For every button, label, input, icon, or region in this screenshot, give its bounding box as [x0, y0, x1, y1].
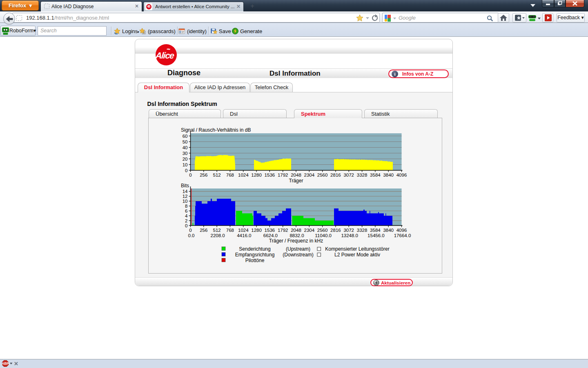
- svg-text:4416.0: 4416.0: [237, 233, 251, 238]
- svg-text:3072: 3072: [343, 173, 354, 177]
- svg-text:4: 4: [185, 213, 188, 218]
- svg-text:60: 60: [183, 134, 188, 139]
- svg-text:2304: 2304: [304, 228, 315, 233]
- svg-text:1280: 1280: [251, 173, 262, 177]
- svg-text:(Downstream): (Downstream): [283, 252, 313, 258]
- svg-text:1792: 1792: [278, 173, 288, 177]
- svg-text:50: 50: [183, 139, 188, 144]
- svg-text:1024: 1024: [238, 228, 249, 233]
- svg-text:15456.0: 15456.0: [368, 233, 385, 238]
- svg-text:768: 768: [226, 173, 234, 177]
- svg-text:256: 256: [200, 228, 207, 233]
- svg-text:256: 256: [200, 173, 207, 177]
- svg-text:0: 0: [189, 173, 192, 177]
- svg-text:30: 30: [183, 151, 188, 156]
- svg-text:4096: 4096: [396, 173, 407, 177]
- svg-text:3840: 3840: [383, 173, 394, 177]
- svg-text:Bits: Bits: [181, 183, 189, 188]
- svg-text:768: 768: [226, 228, 234, 233]
- svg-text:13248.0: 13248.0: [341, 233, 358, 238]
- svg-text:0.0: 0.0: [188, 233, 195, 238]
- svg-text:20: 20: [183, 157, 188, 162]
- svg-text:2816: 2816: [330, 228, 341, 233]
- svg-text:1536: 1536: [265, 173, 275, 177]
- svg-text:Alice: Alice: [156, 50, 175, 61]
- svg-text:Pilottöne: Pilottöne: [245, 258, 265, 263]
- svg-text:Träger / Frequenz in kHz: Träger / Frequenz in kHz: [269, 238, 323, 244]
- svg-text:ABP: ABP: [2, 362, 9, 366]
- svg-text:8832.0: 8832.0: [290, 233, 304, 238]
- svg-text:4096: 4096: [396, 228, 407, 233]
- svg-text:14: 14: [183, 189, 188, 194]
- svg-text:12: 12: [183, 194, 188, 199]
- svg-text:3072: 3072: [343, 228, 354, 233]
- svg-text:1536: 1536: [265, 228, 275, 233]
- svg-text:2048: 2048: [291, 173, 301, 177]
- svg-text:10: 10: [183, 199, 188, 204]
- svg-text:6624.0: 6624.0: [263, 233, 278, 238]
- svg-text:10: 10: [183, 162, 188, 167]
- svg-text:2816: 2816: [330, 173, 341, 177]
- svg-text:0: 0: [189, 228, 192, 233]
- svg-text:3328: 3328: [357, 173, 368, 177]
- svg-text:Signal / Rausch-Verhältnis in: Signal / Rausch-Verhältnis in dB: [181, 127, 251, 133]
- svg-text:(Upstream): (Upstream): [286, 246, 310, 252]
- svg-text:0: 0: [185, 168, 187, 173]
- svg-text:40: 40: [183, 145, 188, 150]
- svg-text:Kompensierter Leitungsstörer: Kompensierter Leitungsstörer: [325, 246, 389, 252]
- svg-text:2304: 2304: [304, 173, 315, 177]
- svg-text:512: 512: [213, 228, 221, 233]
- svg-text:6: 6: [185, 209, 187, 213]
- svg-text:1280: 1280: [251, 228, 262, 233]
- svg-text:1792: 1792: [278, 228, 288, 233]
- svg-text:2208.0: 2208.0: [211, 233, 225, 238]
- svg-text:2: 2: [185, 218, 187, 223]
- svg-text:512: 512: [213, 173, 221, 177]
- svg-text:Empfangsrichtung: Empfangsrichtung: [235, 252, 275, 258]
- svg-text:2560: 2560: [317, 173, 328, 177]
- svg-text:2048: 2048: [291, 228, 301, 233]
- svg-text:L2 Power Mode aktiv: L2 Power Mode aktiv: [334, 252, 380, 258]
- svg-text:3840: 3840: [383, 228, 394, 233]
- svg-text:3584: 3584: [370, 228, 381, 233]
- svg-text:0: 0: [185, 223, 187, 228]
- svg-text:17664.0: 17664.0: [394, 233, 411, 238]
- svg-text:3584: 3584: [370, 173, 381, 177]
- svg-text:1024: 1024: [238, 173, 249, 177]
- svg-text:2560: 2560: [317, 228, 328, 233]
- svg-text:Senderichtung: Senderichtung: [239, 246, 270, 252]
- svg-text:3328: 3328: [357, 228, 368, 233]
- svg-text:11040.0: 11040.0: [315, 233, 332, 238]
- svg-text:8: 8: [185, 204, 187, 209]
